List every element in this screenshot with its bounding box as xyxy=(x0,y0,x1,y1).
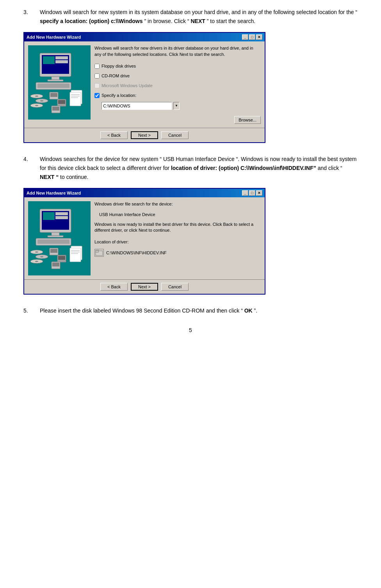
svg-rect-5 xyxy=(55,60,68,63)
svg-rect-57 xyxy=(71,250,80,251)
dialog2-box: Add New Hardware Wizard _ □ ✕ xyxy=(23,188,265,295)
step-3-number: 3. xyxy=(23,8,35,26)
dialog1-floppy-checkbox[interactable] xyxy=(94,64,100,69)
dialog1-box: Add New Hardware Wizard _ □ ✕ xyxy=(23,32,265,143)
dialog2-maximize-button[interactable]: □ xyxy=(249,190,255,196)
dialog2-minimize-button[interactable]: _ xyxy=(242,190,248,196)
svg-rect-37 xyxy=(48,236,63,237)
dialog2-location-row: C:\WINDOWS\INF\HIDDEV.INF xyxy=(94,249,261,257)
dialog2-right: Windows driver file search for the devic… xyxy=(94,201,261,275)
dialog1-location-input[interactable] xyxy=(101,102,172,110)
dialog2-cancel-button[interactable]: Cancel xyxy=(161,283,189,291)
dialog1-description: Windows will search for new drivers in i… xyxy=(94,45,261,57)
step-3-highlight-1: specify a location: (option) c:\\Windows xyxy=(40,18,143,24)
step-3-block: 3. Windows will search for new system in… xyxy=(23,8,358,143)
svg-rect-34 xyxy=(55,212,68,215)
dialog1-bottom-bar: < Back Next > Cancel xyxy=(24,128,265,142)
svg-point-13 xyxy=(40,100,43,102)
svg-rect-19 xyxy=(58,100,65,104)
svg-rect-33 xyxy=(43,212,55,220)
svg-rect-35 xyxy=(55,216,68,219)
dialog2-bottom-bar: < Back Next > Cancel xyxy=(24,279,265,294)
dialog2-description: Windows driver file search for the devic… xyxy=(94,201,261,207)
svg-rect-28 xyxy=(71,96,80,97)
svg-rect-7 xyxy=(48,80,63,81)
svg-rect-47 xyxy=(50,249,57,253)
dialog1-right: Windows will search for new drivers in i… xyxy=(94,45,261,124)
dialog2-illustration xyxy=(28,201,91,275)
svg-point-15 xyxy=(35,105,38,106)
dialog1-close-button[interactable]: ✕ xyxy=(256,34,262,40)
svg-point-45 xyxy=(35,261,38,262)
dialog1-dropdown-button[interactable]: ▼ xyxy=(173,102,180,110)
svg-rect-6 xyxy=(52,77,59,80)
dialog1-winupdate-checkbox xyxy=(94,83,100,88)
dialog2-back-button[interactable]: < Back xyxy=(100,283,128,291)
step-5-number: 5. xyxy=(23,306,35,315)
svg-rect-59 xyxy=(71,253,78,254)
dialog2-titlebar-buttons: _ □ ✕ xyxy=(242,190,262,196)
step-4-text: 4. Windows searches for the device for n… xyxy=(23,155,358,182)
dialog1-location-row: ▼ xyxy=(101,102,261,110)
step-4-number: 4. xyxy=(23,155,35,182)
dialog2-location-value: C:\WINDOWS\INF\HIDDEV.INF xyxy=(106,250,167,255)
dialog2-install-text: Windows is now ready to install the best… xyxy=(94,222,261,234)
svg-rect-4 xyxy=(55,56,68,59)
page-number: 5 xyxy=(23,327,358,333)
step-5-text: 5. Please insert the disk labeled Window… xyxy=(23,306,358,315)
step-5-block: 5. Please insert the disk labeled Window… xyxy=(23,306,358,315)
svg-rect-36 xyxy=(52,232,59,236)
svg-rect-29 xyxy=(71,97,78,98)
dialog1-next-button[interactable]: Next > xyxy=(131,131,158,139)
dialog2-device-name: USB Human Interface Device xyxy=(99,212,261,217)
dialog1-illustration xyxy=(28,45,91,120)
dialog1-specify-checkbox[interactable] xyxy=(94,93,100,98)
dialog1-checkbox-specify: Specify a location: xyxy=(94,93,261,98)
dialog2-file-icon xyxy=(94,249,104,257)
dialog1-checkbox-floppy: Floppy disk drives xyxy=(94,64,261,69)
dialog1-maximize-button[interactable]: □ xyxy=(249,34,255,40)
dialog2-wrapper: Add New Hardware Wizard _ □ ✕ xyxy=(23,188,358,295)
dialog1-browse-button[interactable]: Browse... xyxy=(234,116,261,124)
dialog1-floppy-label: Floppy disk drives xyxy=(101,64,136,68)
step-3-highlight-2: NEXT xyxy=(190,18,205,24)
step-4-highlight-2: NEXT “ xyxy=(40,174,59,180)
dialog2-next-button[interactable]: Next > xyxy=(131,283,158,291)
svg-rect-17 xyxy=(50,93,57,97)
dialog1-checkbox-cdrom: CD-ROM drive xyxy=(94,73,261,79)
dialog1-title: Add New Hardware Wizard xyxy=(27,35,81,39)
dialog1-winupdate-label: Microsoft Windows Update xyxy=(101,83,153,88)
svg-rect-39 xyxy=(37,239,69,244)
dialog2-content: Windows driver file search for the devic… xyxy=(24,197,265,279)
svg-rect-3 xyxy=(43,56,55,64)
dialog1-wrapper: Add New Hardware Wizard _ □ ✕ xyxy=(23,32,358,143)
step-3-body: Windows will search for new system in it… xyxy=(40,8,358,26)
dialog2-close-button[interactable]: ✕ xyxy=(256,190,262,196)
step-5-body: Please insert the disk labeled Windows 9… xyxy=(40,306,257,315)
dialog1-specify-label: Specify a location: xyxy=(101,93,136,98)
svg-rect-58 xyxy=(71,252,80,252)
dialog1-cdrom-label: CD-ROM drive xyxy=(101,73,130,78)
dialog1-back-button[interactable]: < Back xyxy=(100,131,128,139)
dialog1-minimize-button[interactable]: _ xyxy=(242,34,248,40)
dialog1-titlebar-buttons: _ □ ✕ xyxy=(242,34,262,40)
svg-marker-62 xyxy=(96,250,99,251)
dialog1-cancel-button[interactable]: Cancel xyxy=(161,131,189,139)
dialog1-content: Windows will search for new drivers in i… xyxy=(24,41,265,128)
step-4-block: 4. Windows searches for the device for n… xyxy=(23,155,358,295)
svg-rect-61 xyxy=(96,251,98,252)
svg-rect-51 xyxy=(52,263,59,266)
dialog2-titlebar: Add New Hardware Wizard _ □ ✕ xyxy=(24,189,265,197)
svg-rect-21 xyxy=(52,107,59,111)
svg-rect-27 xyxy=(71,94,80,95)
step-3-text: 3. Windows will search for new system in… xyxy=(23,8,358,26)
step-4-highlight-1: location of driver: (option) C:\\Windows… xyxy=(171,165,316,171)
svg-rect-9 xyxy=(37,84,69,88)
dialog1-checkbox-winupdate: Microsoft Windows Update xyxy=(94,83,261,88)
svg-point-41 xyxy=(35,252,38,253)
dialog1-cdrom-checkbox[interactable] xyxy=(94,73,100,79)
step-4-body: Windows searches for the device for new … xyxy=(40,155,358,182)
dialog1-titlebar: Add New Hardware Wizard _ □ ✕ xyxy=(24,33,265,41)
step-5-highlight: OK xyxy=(244,307,253,314)
dialog2-title: Add New Hardware Wizard xyxy=(27,191,81,195)
